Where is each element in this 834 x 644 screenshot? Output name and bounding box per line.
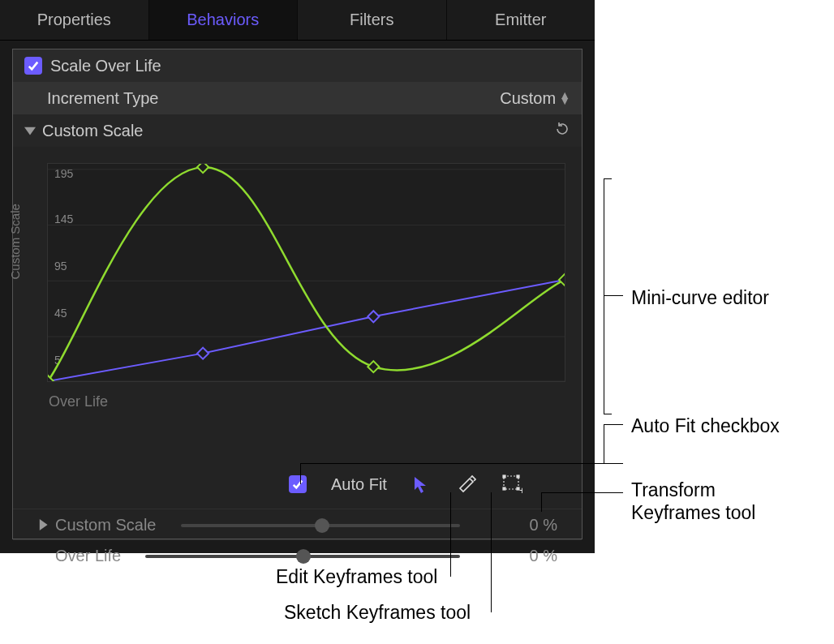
callout-line	[604, 424, 604, 463]
svg-marker-19	[40, 519, 48, 530]
callout-line	[300, 463, 623, 464]
callout-line	[450, 492, 451, 577]
svg-rect-8	[368, 361, 379, 372]
annotation-mini-curve: Mini-curve editor	[631, 287, 769, 309]
param-label: Custom Scale	[55, 516, 157, 535]
callout-line	[541, 492, 623, 493]
callout-line	[604, 178, 604, 414]
svg-rect-15	[517, 475, 519, 478]
custom-scale-row: Custom Scale	[13, 114, 582, 147]
slider[interactable]	[145, 555, 460, 558]
annotation-auto-fit: Auto Fit checkbox	[631, 415, 780, 437]
behavior-header: Scale Over Life	[13, 49, 582, 82]
svg-rect-16	[503, 487, 505, 490]
callout-line	[300, 463, 301, 484]
callout-line	[604, 424, 623, 425]
param-label: Over Life	[55, 547, 121, 565]
annotation-transform: Transform Keyframes tool	[631, 479, 810, 524]
slider-knob[interactable]	[296, 549, 311, 564]
svg-text:+: +	[519, 485, 522, 495]
increment-label: Increment Type	[47, 89, 158, 108]
param-row-custom-scale: Custom Scale 0 %	[13, 509, 582, 541]
param-value[interactable]: 0 %	[492, 547, 557, 565]
param-value[interactable]: 0 %	[492, 516, 557, 535]
slider[interactable]	[181, 524, 461, 527]
annotation-edit: Edit Keyframes tool	[276, 566, 437, 588]
increment-row: Increment Type Custom ▲▼	[13, 82, 582, 114]
curve-toolbar: Auto Fit +	[289, 473, 523, 496]
tabbar: Properties Behaviors Filters Emitter	[0, 0, 595, 41]
svg-rect-10	[197, 348, 208, 359]
disclosure-icon[interactable]	[37, 516, 49, 535]
x-axis-label: Over Life	[13, 382, 582, 410]
disclosure-icon[interactable]	[24, 122, 36, 140]
auto-fit-checkbox[interactable]	[289, 475, 307, 493]
svg-marker-0	[24, 127, 36, 135]
callout-line	[604, 295, 623, 296]
tab-behaviors[interactable]: Behaviors	[149, 0, 299, 40]
edit-keyframes-tool[interactable]	[410, 473, 432, 496]
callout-line	[604, 178, 612, 179]
annotation-sketch: Sketch Keyframes tool	[284, 602, 471, 624]
slider-knob[interactable]	[315, 518, 329, 533]
transform-keyframes-tool[interactable]: +	[501, 473, 523, 496]
enable-checkbox[interactable]	[24, 57, 42, 75]
svg-rect-7	[197, 164, 208, 173]
behavior-title: Scale Over Life	[50, 57, 161, 75]
tab-emitter[interactable]: Emitter	[447, 0, 595, 40]
inspector-panel: Properties Behaviors Filters Emitter Sca…	[0, 0, 595, 553]
reset-icon[interactable]	[554, 121, 570, 141]
svg-marker-12	[415, 477, 426, 493]
svg-rect-9	[559, 274, 565, 286]
callout-line	[604, 414, 612, 414]
sketch-keyframes-tool[interactable]	[455, 473, 478, 496]
tab-filters[interactable]: Filters	[298, 0, 447, 40]
tab-properties[interactable]: Properties	[0, 0, 149, 40]
y-axis-label: Custom Scale	[8, 204, 22, 279]
curve-plot[interactable]	[48, 164, 565, 381]
mini-curve-editor[interactable]: Custom Scale 195 145 95 45 5	[47, 163, 565, 382]
callout-line	[541, 492, 542, 512]
svg-rect-11	[368, 311, 379, 322]
callout-line	[491, 492, 492, 612]
updown-icon[interactable]: ▲▼	[559, 92, 570, 104]
content-frame: Scale Over Life Increment Type Custom ▲▼…	[12, 49, 583, 539]
svg-rect-13	[504, 476, 518, 489]
svg-rect-14	[503, 475, 505, 478]
auto-fit-label: Auto Fit	[331, 475, 387, 494]
custom-scale-label: Custom Scale	[42, 122, 144, 140]
increment-select[interactable]: Custom	[500, 89, 556, 108]
